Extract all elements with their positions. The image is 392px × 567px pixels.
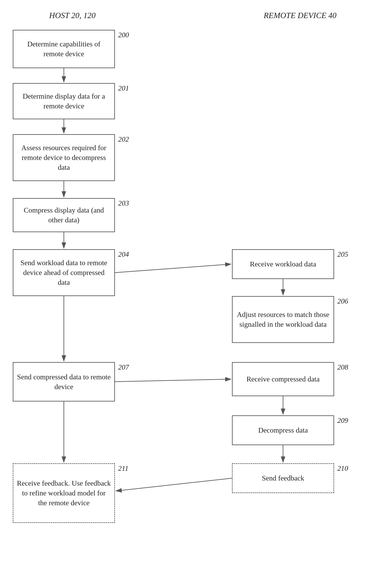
diagram-container: HOST 20, 120 REMOTE DEVICE 40 Determine … xyxy=(0,0,392,567)
step-200-label: 200 xyxy=(118,31,129,39)
svg-line-13 xyxy=(116,478,232,491)
step-209-box: Decompress data xyxy=(232,415,334,445)
step-205-label: 205 xyxy=(337,250,348,258)
step-211-label: 211 xyxy=(118,464,128,472)
step-204-box: Send workload data to remote device ahea… xyxy=(13,249,115,296)
step-206-box: Adjust resources to match those signalle… xyxy=(232,296,334,343)
step-209-label: 209 xyxy=(337,416,348,424)
step-203-box: Compress display data (and other data) xyxy=(13,198,115,232)
step-207-box: Send compressed data to remote device xyxy=(13,362,115,402)
step-200-box: Determine capabilities of remote device xyxy=(13,30,115,68)
step-201-box: Determine display data for a remote devi… xyxy=(13,83,115,119)
step-204-label: 204 xyxy=(118,250,129,258)
step-202-box: Assess resources required for remote dev… xyxy=(13,134,115,181)
step-208-box: Receive compressed data xyxy=(232,362,334,396)
step-210-label: 210 xyxy=(337,464,348,472)
step-207-label: 207 xyxy=(118,363,129,371)
step-205-box: Receive workload data xyxy=(232,249,334,279)
step-211-box: Receive feedback. Use feedback to refine… xyxy=(13,463,115,523)
svg-line-9 xyxy=(115,379,231,382)
step-203-label: 203 xyxy=(118,199,129,207)
svg-line-6 xyxy=(115,264,231,273)
host-header: HOST 20, 120 xyxy=(13,11,132,20)
remote-header: REMOTE DEVICE 40 xyxy=(230,11,370,20)
step-206-label: 206 xyxy=(337,297,348,305)
step-208-label: 208 xyxy=(337,363,348,371)
step-202-label: 202 xyxy=(118,135,129,143)
step-201-label: 201 xyxy=(118,84,129,92)
step-210-box: Send feedback xyxy=(232,463,334,493)
